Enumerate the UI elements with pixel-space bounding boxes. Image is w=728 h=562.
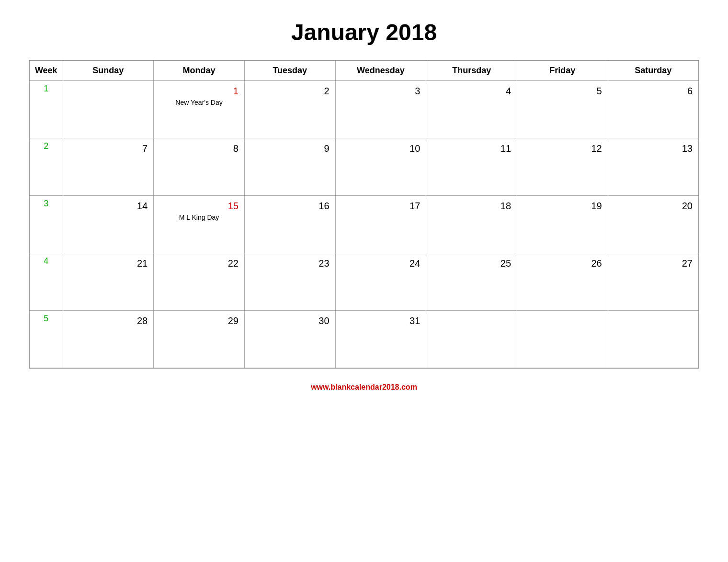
day-number: 1 [158,84,240,98]
header-thursday: Thursday [426,60,517,81]
day-cell: 7 [63,138,154,196]
calendar-row: 421222324252627 [29,253,699,311]
day-number: 31 [340,314,422,327]
day-cell: 27 [608,253,699,311]
day-cell [426,311,517,368]
day-cell [608,311,699,368]
week-number: 1 [29,81,63,138]
day-cell [517,311,608,368]
day-number: 26 [521,256,604,270]
holiday-label: New Year's Day [158,99,240,106]
day-number: 12 [521,141,604,155]
day-number: 22 [158,256,240,270]
day-number: 4 [430,84,513,98]
day-number: 2 [249,84,331,98]
footer: www.blankcalendar2018.com [311,383,417,392]
day-number: 20 [612,199,694,213]
day-number: 29 [158,314,240,327]
header-tuesday: Tuesday [244,60,335,81]
day-cell: 26 [517,253,608,311]
day-number: 8 [158,141,240,155]
week-number: 4 [29,253,63,311]
day-number: 10 [340,141,422,155]
header-saturday: Saturday [608,60,699,81]
day-number: 15 [158,199,240,213]
week-number: 5 [29,311,63,368]
day-number: 5 [521,84,604,98]
header-row: Week Sunday Monday Tuesday Wednesday Thu… [29,60,699,81]
day-cell: 14 [63,196,154,253]
day-cell: 28 [63,311,154,368]
day-number: 23 [249,256,331,270]
day-number: 25 [430,256,513,270]
day-number: 19 [521,199,604,213]
day-number: 18 [430,199,513,213]
header-friday: Friday [517,60,608,81]
header-monday: Monday [154,60,245,81]
calendar-row: 31415M L King Day1617181920 [29,196,699,253]
day-number: 27 [612,256,694,270]
holiday-label: M L King Day [158,214,240,221]
header-sunday: Sunday [63,60,154,81]
calendar-row: 11New Year's Day23456 [29,81,699,138]
calendar-body: 11New Year's Day2345627891011121331415M … [29,81,699,368]
calendar-table: Week Sunday Monday Tuesday Wednesday Thu… [29,60,699,369]
day-cell: 17 [335,196,426,253]
day-cell: 31 [335,311,426,368]
day-cell: 11 [426,138,517,196]
day-cell: 19 [517,196,608,253]
day-cell: 15M L King Day [154,196,245,253]
day-cell: 2 [244,81,335,138]
day-number: 13 [612,141,694,155]
day-cell: 13 [608,138,699,196]
day-cell: 4 [426,81,517,138]
day-number: 11 [430,141,513,155]
day-number: 21 [67,256,150,270]
day-cell: 8 [154,138,245,196]
header-wednesday: Wednesday [335,60,426,81]
day-cell: 6 [608,81,699,138]
header-week: Week [29,60,63,81]
calendar-row: 278910111213 [29,138,699,196]
day-number: 14 [67,199,150,213]
day-cell: 22 [154,253,245,311]
day-number: 30 [249,314,331,327]
week-number: 3 [29,196,63,253]
day-cell: 21 [63,253,154,311]
day-number: 24 [340,256,422,270]
day-number: 28 [67,314,150,327]
day-cell: 29 [154,311,245,368]
footer-link[interactable]: www.blankcalendar2018.com [311,383,417,391]
day-number: 9 [249,141,331,155]
day-cell: 1New Year's Day [154,81,245,138]
day-cell [63,81,154,138]
day-cell: 3 [335,81,426,138]
calendar-row: 528293031 [29,311,699,368]
day-number: 6 [612,84,694,98]
day-number: 17 [340,199,422,213]
day-cell: 18 [426,196,517,253]
day-cell: 16 [244,196,335,253]
day-cell: 25 [426,253,517,311]
day-cell: 12 [517,138,608,196]
day-cell: 24 [335,253,426,311]
day-cell: 20 [608,196,699,253]
day-cell: 23 [244,253,335,311]
week-number: 2 [29,138,63,196]
day-number: 16 [249,199,331,213]
day-cell: 30 [244,311,335,368]
day-number: 7 [67,141,150,155]
day-number: 3 [340,84,422,98]
day-cell: 10 [335,138,426,196]
day-cell: 5 [517,81,608,138]
day-cell: 9 [244,138,335,196]
calendar-title: January 2018 [291,19,437,45]
